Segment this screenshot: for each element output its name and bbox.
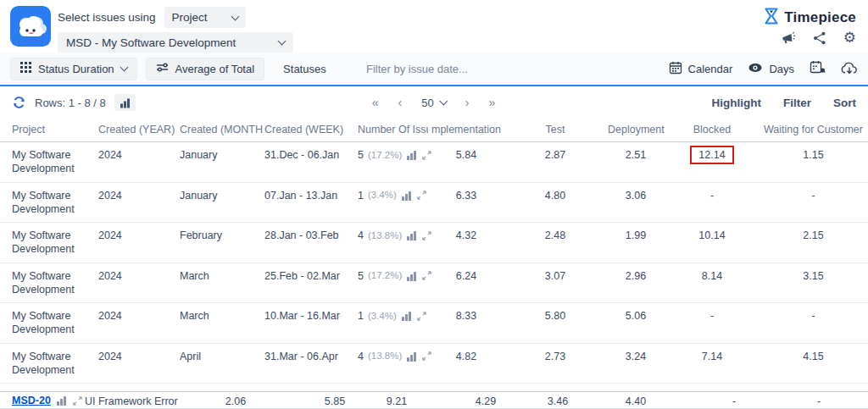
cell-project: My Software Development (0, 223, 97, 263)
chevron-down-icon (120, 64, 128, 72)
filter-by-issue-date-input[interactable]: Filter by issue date... (366, 63, 502, 75)
days-toggle-button[interactable]: Days (748, 62, 794, 76)
calendar-icon (669, 61, 682, 77)
col-header-created-year[interactable]: Created (YEAR) (97, 119, 178, 142)
expand-icon[interactable] (416, 311, 427, 322)
bar-chart-icon[interactable] (406, 230, 417, 240)
issue-status-duration-value: 3.46 (524, 395, 592, 407)
filter-button[interactable]: Filter (783, 97, 811, 109)
table-controls: Rows: 1 - 8 / 8 « ‹ 50 › » Highlight Fil… (0, 86, 868, 119)
bar-chart-icon[interactable] (56, 395, 67, 406)
table-row: My Software Development 2024 February 28… (0, 223, 868, 263)
project-dropdown-value: MSD - My Software Development (66, 36, 236, 49)
cell-blocked: - (665, 182, 759, 223)
statuses-label: Statuses (283, 63, 326, 75)
cell-created-week: 10.Mar - 16.Mar (263, 303, 356, 344)
cell-project: My Software Development (0, 343, 97, 384)
cell-number-of-issues: 1 (3.4%) (356, 182, 428, 223)
col-header-blocked[interactable]: Blocked (665, 119, 759, 142)
col-header-project[interactable]: Project (0, 119, 97, 142)
row-chart-button[interactable] (114, 94, 136, 111)
col-header-created-week[interactable]: Created (WEEK) (263, 119, 356, 142)
col-header-implementation[interactable]: mplementation (428, 119, 504, 142)
calendar-bell-icon (810, 60, 826, 77)
cell-created-month: January (178, 142, 263, 183)
hourglass-logo-icon (763, 7, 780, 29)
expand-icon[interactable] (421, 150, 432, 161)
export-cloud-download-icon[interactable] (841, 62, 858, 75)
col-header-created-month[interactable]: Created (MONTH) (178, 119, 263, 142)
cell-test: 2.87 (504, 142, 606, 183)
expand-icon[interactable] (421, 270, 432, 281)
share-icon[interactable] (813, 31, 826, 45)
cell-implementation: 5.84 (428, 142, 504, 183)
scheduled-report-button[interactable] (810, 60, 826, 77)
previous-page-button[interactable]: ‹ (398, 96, 403, 109)
value: 2.51 (626, 149, 646, 161)
page-size-select[interactable]: 50 (421, 97, 446, 109)
sliders-icon (156, 62, 169, 75)
average-of-total-label: Average of Total (175, 63, 254, 75)
statuses-button[interactable]: Statuses (273, 58, 337, 80)
table-body: My Software Development 2024 January 31.… (0, 142, 868, 409)
cell-created-week: 28.Jan - 03.Feb (263, 223, 356, 263)
calendar-label: Calendar (688, 63, 733, 75)
bar-chart-icon[interactable] (401, 191, 412, 201)
bar-chart-icon[interactable] (406, 150, 417, 160)
value: 3.06 (626, 190, 646, 202)
expand-icon[interactable] (421, 230, 432, 241)
calendar-view-button[interactable]: Calendar (669, 61, 733, 77)
announcement-megaphone-icon[interactable] (781, 31, 796, 45)
issue-source-dropdown[interactable]: Project (164, 7, 246, 28)
brand-name: Timepiece (784, 9, 856, 26)
issue-key-link[interactable]: MSD-20 (12, 395, 51, 406)
cell-test: 3.07 (504, 263, 606, 303)
col-header-test[interactable]: Test (504, 119, 606, 142)
expand-icon[interactable] (416, 190, 427, 201)
col-header-waiting-for-customer[interactable]: Waiting for Customer (759, 119, 868, 142)
status-duration-label: Status Duration (38, 63, 114, 75)
table-row: My Software Development 2024 April 31.Ma… (0, 343, 868, 384)
cell-test: 5.80 (504, 303, 606, 344)
col-header-number-of-issues[interactable]: Number Of Issues (356, 119, 428, 142)
last-page-button[interactable]: » (488, 96, 496, 109)
cell-created-year: 2024 (97, 182, 178, 223)
cell-blocked-wrap: 2.51 (606, 142, 665, 183)
issue-status-duration-value: 4.29 (452, 395, 520, 407)
sort-button[interactable]: Sort (833, 97, 856, 109)
cell-number-of-issues: 4 (13.8%) (356, 343, 428, 384)
cell-implementation: 4.82 (428, 343, 504, 384)
cell-waiting-for-customer: - (759, 303, 868, 344)
project-dropdown[interactable]: MSD - My Software Development (58, 32, 293, 53)
cell-waiting-for-customer: - (759, 182, 868, 223)
cell-number-of-issues: 4 (13.8%) (356, 223, 428, 263)
col-header-deployment[interactable]: Deployment (606, 119, 665, 142)
average-of-total-button[interactable]: Average of Total (146, 58, 264, 80)
value: 7.14 (702, 351, 722, 362)
cell-blocked-wrap: 1.99 (606, 223, 665, 263)
cell-blocked: 8.14 (665, 263, 759, 303)
settings-gear-icon[interactable]: ⚙ (843, 30, 856, 45)
cell-blocked-wrap: 5.06 (606, 303, 665, 344)
days-label: Days (769, 63, 794, 75)
cell-created-month: March (178, 303, 263, 344)
highlight-button[interactable]: Highlight (712, 97, 761, 109)
table-row: My Software Development 2024 January 07.… (0, 182, 868, 223)
expand-icon[interactable] (72, 395, 83, 406)
refresh-icon[interactable] (12, 96, 26, 109)
bar-chart-icon[interactable] (406, 351, 417, 362)
next-page-button[interactable]: › (465, 96, 470, 109)
cell-blocked: 10.14 (665, 223, 759, 263)
value: 10.14 (698, 229, 725, 241)
bar-chart-icon[interactable] (401, 311, 412, 321)
value: 8.14 (702, 270, 722, 282)
cell-number-of-issues: 5 (17.2%) (356, 142, 428, 183)
first-page-button[interactable]: « (372, 96, 380, 109)
expand-icon[interactable] (421, 351, 432, 362)
bar-chart-icon[interactable] (406, 271, 417, 281)
page-size-value: 50 (421, 97, 433, 109)
status-duration-button[interactable]: Status Duration (10, 58, 137, 80)
chevron-down-icon (231, 12, 239, 20)
cell-project: My Software Development (0, 142, 97, 183)
cell-created-month: February (178, 223, 263, 263)
